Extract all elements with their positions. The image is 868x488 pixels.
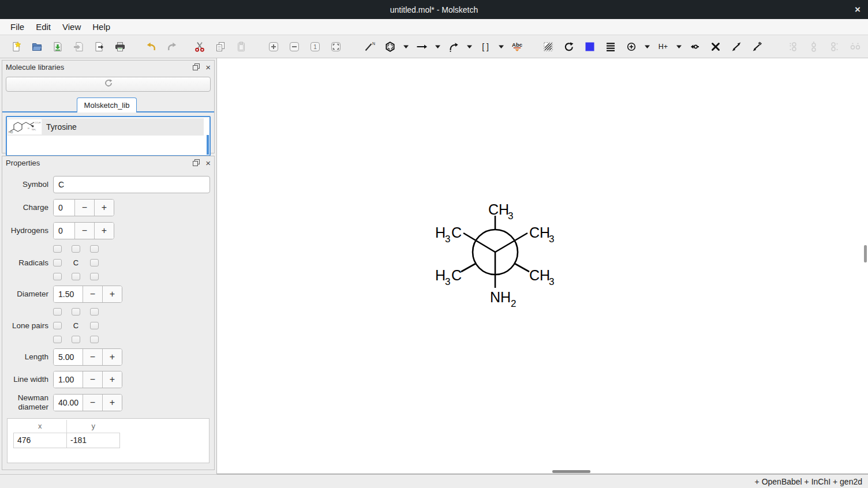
flip-stereo-tool-button[interactable] xyxy=(748,38,766,55)
new-file-button[interactable] xyxy=(7,38,25,55)
charge-tool-dropdown[interactable] xyxy=(643,38,652,55)
line-width-value[interactable]: 1.00 xyxy=(54,371,83,388)
diameter-minus-button[interactable]: − xyxy=(83,286,102,302)
ring-tool-button[interactable] xyxy=(381,38,399,55)
lone-pair-checkbox[interactable] xyxy=(53,308,62,316)
newman-diameter-value[interactable]: 40.00 xyxy=(54,395,83,411)
hydrogen-tool-button[interactable]: H+ xyxy=(654,38,672,55)
menu-help[interactable]: Help xyxy=(87,22,116,32)
export-button[interactable] xyxy=(90,38,108,55)
menu-edit[interactable]: Edit xyxy=(30,22,57,32)
hydrogens-minus-button[interactable]: − xyxy=(74,223,94,239)
radical-checkbox[interactable] xyxy=(72,273,80,280)
atom-label[interactable]: H xyxy=(435,267,446,283)
zoom-original-button[interactable]: 1 xyxy=(306,38,324,55)
lone-pair-checkbox[interactable] xyxy=(90,308,99,316)
menu-file[interactable]: File xyxy=(5,22,30,32)
mechanism-arrow-tool-button[interactable] xyxy=(444,38,463,55)
float-panel-icon[interactable] xyxy=(193,159,200,166)
lone-pair-checkbox[interactable] xyxy=(53,336,62,343)
mechanism-arrow-tool-dropdown[interactable] xyxy=(465,38,474,55)
library-scrollbar[interactable] xyxy=(207,135,209,155)
ring-tool-dropdown[interactable] xyxy=(402,38,410,55)
radical-checkbox[interactable] xyxy=(53,245,62,253)
coord-y-cell[interactable]: -181 xyxy=(67,433,120,448)
bracket-tool-dropdown[interactable] xyxy=(497,38,506,55)
lone-pair-tool-4-button[interactable] xyxy=(846,38,865,55)
lone-pair-checkbox[interactable] xyxy=(72,336,80,343)
rotate-tool-button[interactable] xyxy=(560,38,578,55)
undo-button[interactable] xyxy=(142,38,160,55)
charge-minus-button[interactable]: − xyxy=(74,200,94,216)
radical-checkbox[interactable] xyxy=(53,259,62,266)
list-item-tyrosine[interactable]: HO CO₂H H NH₂ Tyrosine xyxy=(8,118,204,136)
close-panel-icon[interactable]: × xyxy=(205,158,211,168)
save-as-button[interactable] xyxy=(69,38,88,55)
close-panel-icon[interactable]: × xyxy=(205,62,211,72)
hydrogen-tool-dropdown[interactable] xyxy=(675,38,683,55)
canvas-horizontal-scrollbar[interactable] xyxy=(552,470,590,473)
lone-pair-checkbox[interactable] xyxy=(53,322,62,329)
lone-pair-checkbox[interactable] xyxy=(72,308,80,316)
newman-diameter-minus-button[interactable]: − xyxy=(83,395,102,411)
lone-pair-checkbox[interactable] xyxy=(90,322,99,329)
radical-checkbox[interactable] xyxy=(53,273,62,280)
cut-button[interactable] xyxy=(190,38,209,55)
redo-button[interactable] xyxy=(163,38,181,55)
atom-label[interactable]: CH xyxy=(529,224,550,241)
line-width-plus-button[interactable]: + xyxy=(102,371,122,388)
newman-projection-molecule[interactable]: CH 3 H 3 C CH 3 H 3 C CH 3 NH 2 xyxy=(427,194,577,318)
remove-hydrogen-tool-button[interactable] xyxy=(686,38,704,55)
paste-button[interactable] xyxy=(232,38,250,55)
radical-checkbox[interactable] xyxy=(72,245,80,253)
copy-button[interactable] xyxy=(211,38,230,55)
coord-x-cell[interactable]: 476 xyxy=(14,433,67,448)
diameter-plus-button[interactable]: + xyxy=(102,286,122,302)
diameter-value[interactable]: 1.50 xyxy=(54,286,83,302)
radical-checkbox[interactable] xyxy=(90,273,99,280)
length-value[interactable]: 5.00 xyxy=(54,349,83,365)
flip-bond-tool-button[interactable] xyxy=(727,38,746,55)
charge-tool-button[interactable] xyxy=(622,38,641,55)
draw-tool-button[interactable]: N xyxy=(360,38,379,55)
symbol-input[interactable]: C xyxy=(53,176,210,193)
print-button[interactable] xyxy=(111,38,129,55)
text-tool-button[interactable]: Abc xyxy=(508,38,526,55)
atom-label[interactable]: CH xyxy=(488,201,509,217)
lone-pair-tool-3-button[interactable] xyxy=(825,38,844,55)
newman-diameter-plus-button[interactable]: + xyxy=(102,395,122,411)
refresh-libraries-button[interactable] xyxy=(6,77,211,92)
window-close-button[interactable]: × xyxy=(852,0,863,19)
bracket-tool-button[interactable]: [ ] xyxy=(476,38,495,55)
length-plus-button[interactable]: + xyxy=(102,349,122,365)
line-width-tool-button[interactable] xyxy=(601,38,620,55)
color-picker-button[interactable] xyxy=(581,38,599,55)
charge-plus-button[interactable]: + xyxy=(94,200,114,216)
zoom-in-button[interactable] xyxy=(264,38,283,55)
hydrogens-plus-button[interactable]: + xyxy=(94,223,114,239)
canvas-vertical-scrollbar[interactable] xyxy=(864,245,867,262)
zoom-out-button[interactable] xyxy=(285,38,304,55)
open-file-button[interactable] xyxy=(28,38,46,55)
atom-label[interactable]: H xyxy=(435,224,446,241)
atom-label[interactable]: CH xyxy=(529,267,550,283)
float-panel-icon[interactable] xyxy=(193,63,200,70)
lone-pair-tool-1-button[interactable] xyxy=(784,38,802,55)
delete-tool-button[interactable] xyxy=(706,38,725,55)
charge-value[interactable]: 0 xyxy=(54,200,74,216)
hatch-tool-button[interactable] xyxy=(539,38,558,55)
lone-pair-checkbox[interactable] xyxy=(90,336,99,343)
radical-checkbox[interactable] xyxy=(90,245,99,253)
arrow-tool-button[interactable] xyxy=(413,38,431,55)
atom-label[interactable]: NH xyxy=(490,289,511,305)
arrow-tool-dropdown[interactable] xyxy=(433,38,442,55)
line-width-minus-button[interactable]: − xyxy=(83,371,102,388)
lone-pair-tool-2-button[interactable] xyxy=(805,38,823,55)
hydrogens-value[interactable]: 0 xyxy=(54,223,74,239)
tab-molsketch-lib[interactable]: Molsketch_lib xyxy=(77,97,137,112)
menu-view[interactable]: View xyxy=(57,22,87,32)
radical-checkbox[interactable] xyxy=(90,259,99,266)
drawing-canvas[interactable]: CH 3 H 3 C CH 3 H 3 C CH 3 NH 2 xyxy=(217,58,868,474)
length-minus-button[interactable]: − xyxy=(83,349,102,365)
zoom-fit-button[interactable] xyxy=(327,38,345,55)
